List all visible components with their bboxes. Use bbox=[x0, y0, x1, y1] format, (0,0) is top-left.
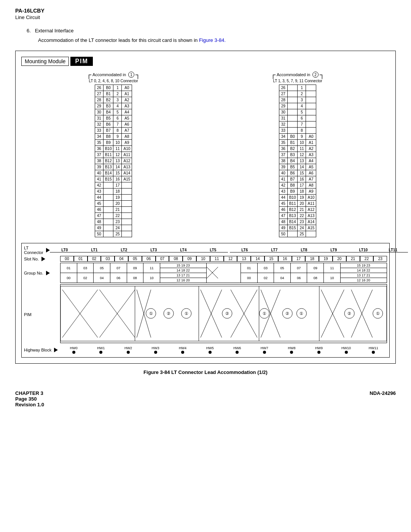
table-cell bbox=[306, 231, 316, 237]
table-cell: A8 bbox=[306, 182, 316, 189]
table-cell: A5 bbox=[306, 164, 316, 170]
hw-dot bbox=[99, 351, 102, 354]
table-cell bbox=[306, 128, 316, 134]
group-cell: 09 bbox=[307, 263, 324, 273]
table-cell: A0 bbox=[122, 85, 132, 91]
table-cell bbox=[122, 225, 132, 231]
table-cell: A1 bbox=[122, 91, 132, 97]
table-cell bbox=[103, 195, 113, 201]
table-cell: A13 bbox=[306, 213, 316, 219]
table-cell: 20 bbox=[298, 201, 306, 207]
table-cell bbox=[306, 97, 316, 103]
table-cell bbox=[287, 85, 298, 91]
group-cell: 10 bbox=[143, 273, 160, 283]
lt-name-item: LT11 bbox=[378, 248, 408, 252]
table-cell: B5 bbox=[287, 164, 298, 170]
table-cell: A14 bbox=[122, 170, 132, 176]
figure-link[interactable]: Figure 3-84. bbox=[199, 37, 226, 43]
hw-dot bbox=[236, 351, 239, 354]
table-cell: 17 bbox=[298, 182, 306, 189]
slot-no-arrow bbox=[41, 257, 45, 261]
table-cell: A15 bbox=[306, 225, 316, 231]
table-cell: 45 bbox=[279, 201, 287, 207]
table-cell: A2 bbox=[122, 97, 132, 103]
svg-text:①: ① bbox=[149, 311, 153, 316]
group-cell: 02 bbox=[77, 273, 94, 283]
hw-dot bbox=[317, 351, 320, 354]
table-cell: 14 bbox=[298, 164, 306, 170]
table-cell: A4 bbox=[122, 109, 132, 115]
lt-name-item: LT1 bbox=[80, 248, 109, 252]
table-cell: 15 bbox=[298, 170, 306, 176]
group-cell: 03 bbox=[257, 263, 274, 273]
intro-paragraph: Accommodation of the LT connector leads … bbox=[38, 37, 396, 43]
svg-text:②: ② bbox=[225, 311, 229, 316]
lt-name-item: LT6 bbox=[230, 248, 260, 252]
table-cell bbox=[306, 121, 316, 128]
table-cell: 22 bbox=[113, 213, 122, 219]
table-cell: 16 bbox=[113, 176, 122, 182]
table-cell: 43 bbox=[95, 189, 103, 195]
table-cell: 4 bbox=[298, 103, 306, 109]
table-cell: B15 bbox=[103, 176, 113, 182]
table-cell: 32 bbox=[95, 121, 103, 128]
hw-label: HW11 bbox=[369, 346, 378, 350]
table-cell: 5 bbox=[113, 109, 122, 115]
section-number: 6. bbox=[27, 28, 31, 34]
table-cell: 47 bbox=[95, 213, 103, 219]
hw-item: HW3 bbox=[142, 346, 169, 354]
group-cell: 10 bbox=[324, 273, 341, 283]
hw-label: HW10 bbox=[341, 346, 351, 350]
table-cell: 47 bbox=[279, 213, 287, 219]
table-cell bbox=[103, 182, 113, 189]
table-cell: A0 bbox=[306, 134, 316, 140]
table-cell bbox=[103, 201, 113, 207]
group-cell: 03 bbox=[77, 263, 94, 273]
lt-names: LT0LT1LT2LT3LT4LT5LT6LT7LT8LT9LT10LT11 bbox=[50, 248, 408, 252]
hw-item: HW5 bbox=[196, 346, 224, 354]
table-cell: B5 bbox=[103, 115, 113, 121]
group-no-table: 01030507091115 19 2314 18 2213 17 2112 1… bbox=[60, 263, 387, 283]
cross-pattern-cell bbox=[206, 263, 241, 283]
group-cell: 09 bbox=[127, 263, 143, 273]
table-cell: B4 bbox=[287, 158, 298, 164]
hw-dot bbox=[127, 351, 130, 354]
lt-name-item: LT4 bbox=[169, 248, 198, 252]
table-cell: A8 bbox=[122, 134, 132, 140]
hw-item: HW10 bbox=[333, 346, 360, 354]
slot-cell: 21 bbox=[346, 256, 360, 262]
svg-text:①: ① bbox=[185, 311, 188, 316]
table-cell: 46 bbox=[279, 207, 287, 213]
connector2-subtitle: LT 1, 3, 5, 7, 9, 11 Connector bbox=[273, 79, 322, 83]
table-cell: 41 bbox=[279, 176, 287, 182]
table-cell: 2 bbox=[298, 91, 306, 97]
mounting-module-header: Mounting Module PIM bbox=[21, 57, 390, 66]
table-cell: 28 bbox=[95, 97, 103, 103]
table-cell: 25 bbox=[298, 231, 306, 237]
connector2-table: 26127228329430531632733834B09A035B110A13… bbox=[279, 85, 317, 237]
table-cell: B10 bbox=[287, 195, 298, 201]
slot-cell: 18 bbox=[305, 256, 319, 262]
table-cell: 21 bbox=[113, 207, 122, 213]
table-cell: 14 bbox=[113, 164, 122, 170]
hw-dot bbox=[263, 351, 266, 354]
table-cell: B13 bbox=[287, 213, 298, 219]
table-cell: 31 bbox=[279, 115, 287, 121]
hw-item: HW4 bbox=[169, 346, 196, 354]
group-no-arrow bbox=[46, 271, 50, 275]
svg-text:①: ① bbox=[263, 311, 266, 316]
table-cell bbox=[103, 225, 113, 231]
group-numbers: 01030507091115 19 2314 18 2213 17 2112 1… bbox=[60, 263, 387, 283]
hw-dot bbox=[72, 351, 75, 354]
slot-cell: 01 bbox=[74, 256, 88, 262]
table-cell: 1 bbox=[298, 85, 306, 91]
lt-connector-arrow bbox=[46, 248, 50, 252]
table-cell: B9 bbox=[103, 140, 113, 146]
table-cell: 11 bbox=[113, 146, 122, 152]
table-cell: B14 bbox=[287, 219, 298, 225]
hw-label: HW7 bbox=[261, 346, 268, 350]
table-cell: 7 bbox=[113, 121, 122, 128]
table-cell: 34 bbox=[95, 134, 103, 140]
table-cell: 13 bbox=[113, 158, 122, 164]
table-cell: B8 bbox=[103, 134, 113, 140]
